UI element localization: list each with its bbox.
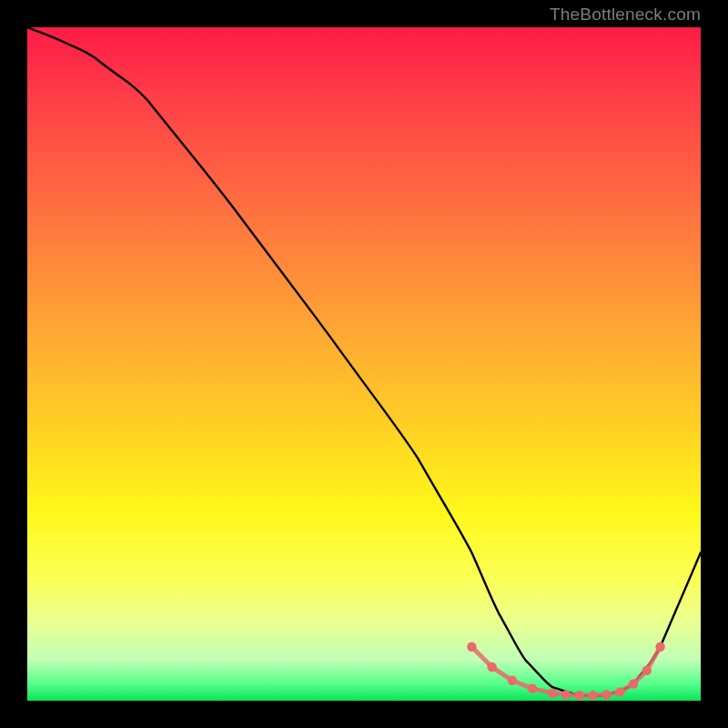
marker-dot	[629, 679, 638, 688]
marker-dot	[602, 690, 611, 699]
marker-dot	[467, 642, 476, 652]
curve-svg	[27, 27, 701, 701]
marker-dot	[575, 691, 584, 700]
marker-dot	[655, 642, 664, 652]
marker-dot	[642, 666, 652, 675]
marker-dot	[487, 662, 496, 672]
marker-dot	[548, 689, 557, 698]
marker-dot	[588, 691, 597, 700]
plot-area	[27, 27, 701, 701]
marker-dot	[508, 676, 517, 685]
marker-dot	[615, 687, 624, 696]
attribution-label: TheBottleneck.com	[550, 5, 701, 25]
bottleneck-curve	[27, 27, 701, 696]
chart-frame: TheBottleneck.com	[0, 0, 728, 728]
highlight-markers	[467, 642, 665, 701]
marker-dot	[561, 690, 571, 699]
marker-dot	[528, 683, 537, 693]
